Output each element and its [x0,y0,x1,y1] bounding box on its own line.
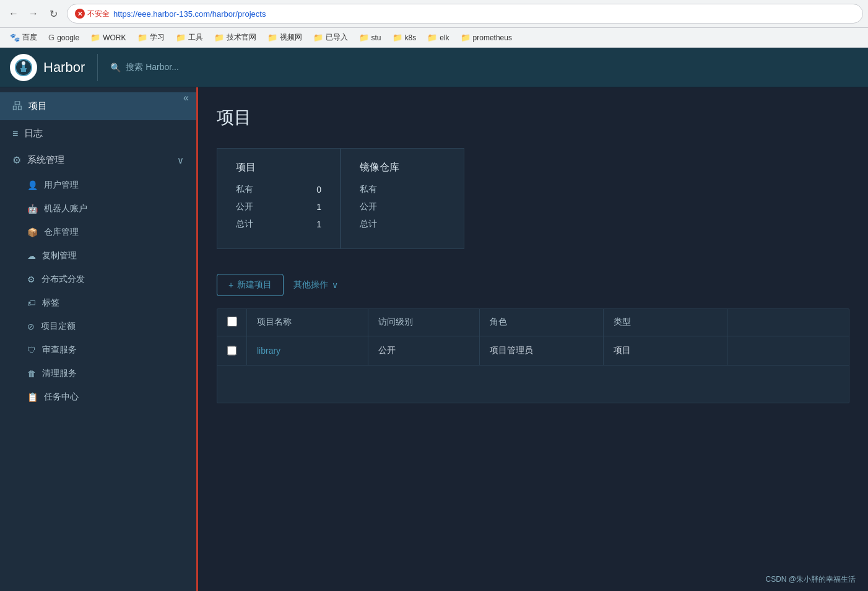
back-button[interactable]: ← [5,5,22,22]
bookmark-baidu[interactable]: 🐾 百度 [5,30,42,45]
cleanup-icon: 🗑 [27,369,36,379]
bookmark-study[interactable]: 📁 学习 [132,30,170,45]
bookmark-label: k8s [405,33,417,42]
chevron-down-icon: ∨ [332,280,338,290]
repos-public-label: 公开 [360,201,377,212]
quota-icon: ⊘ [27,322,35,331]
bookmark-video[interactable]: 📁 视频网 [263,30,307,45]
sidebar-item-distribution[interactable]: ⚙ 分布式分发 [0,268,196,291]
search-icon: 🔍 [110,63,121,72]
search-bar[interactable]: 🔍 搜索 Harbor... [110,62,179,73]
bookmark-techsite[interactable]: 📁 技术官网 [209,30,261,45]
other-ops-label: 其他操作 [293,279,328,291]
col-header-type: 类型 [604,309,727,336]
security-label: 不安全 [87,9,110,19]
row-extra-cell [727,336,849,365]
bookmark-google[interactable]: G google [43,31,84,44]
address-bar[interactable]: ✕ 不安全 https://eee.harbor-135.com/harbor/… [67,4,863,24]
system-icon: ⚙ [12,154,21,166]
sidebar-collapse-button[interactable]: « [183,92,189,103]
repos-private-label: 私有 [360,184,377,195]
folder-icon: 📁 [137,33,147,42]
stats-total-row: 总计 1 [236,219,321,230]
replication-label: 复制管理 [42,250,77,261]
bookmark-stu[interactable]: 📁 stu [354,31,386,44]
sidebar-item-replication[interactable]: ☁ 复制管理 [0,244,196,268]
url-text: https://eee.harbor-135.com/harbor/projec… [113,9,266,19]
folder-icon: 📁 [427,33,437,42]
bookmark-prometheus[interactable]: 📁 prometheus [456,31,517,44]
col-header-name: 项目名称 [247,309,368,336]
distribution-label: 分布式分发 [41,274,85,285]
bookmark-imported[interactable]: 📁 已导入 [308,30,353,45]
col-header-access: 访问级别 [368,309,480,336]
bookmark-elk[interactable]: 📁 elk [422,31,454,44]
new-project-button[interactable]: + 新建项目 [217,274,284,296]
bookmark-k8s[interactable]: 📁 k8s [388,31,422,44]
tag-icon: 🏷 [27,298,36,308]
row-role-cell: 项目管理员 [480,336,604,365]
public-value: 1 [316,202,321,212]
sidebar-item-system[interactable]: ⚙ 系统管理 ∨ [0,147,196,173]
chevron-down-icon: ∨ [177,155,184,166]
other-operations-button[interactable]: 其他操作 ∨ [293,279,338,291]
project-name-link[interactable]: library [257,346,280,356]
forward-button[interactable]: → [25,5,42,22]
plus-icon: + [228,280,233,290]
bookmark-label: prometheus [473,33,512,42]
new-project-label: 新建项目 [237,279,272,291]
sidebar-item-cleanup[interactable]: 🗑 清理服务 [0,362,196,385]
projects-label: 项目 [28,100,47,112]
bookmark-tools[interactable]: 📁 工具 [171,30,208,45]
select-all-checkbox[interactable] [227,317,237,326]
quota-label: 项目定额 [41,321,76,332]
top-nav: Harbor 🔍 搜索 Harbor... [0,48,868,87]
sidebar-nav: 品 项目 ≡ 日志 ⚙ 系统管理 ∨ 👤 用户管理 [0,92,196,409]
public-label: 公开 [236,201,253,212]
svg-rect-3 [21,69,26,72]
folder-icon: 📁 [313,33,323,42]
nav-buttons: ← → ↻ [5,5,62,22]
row-checkbox[interactable] [227,346,237,356]
audit-label: 审查服务 [42,344,77,356]
bookmark-label: 工具 [188,32,203,43]
user-mgmt-label: 用户管理 [44,180,79,191]
total-value: 1 [316,219,321,229]
repos-public-row: 公开 [360,201,445,212]
row-checkbox-cell [217,336,247,365]
sidebar-item-robot-accounts[interactable]: 🤖 机器人账户 [0,197,196,221]
sidebar-item-warehouse[interactable]: 📦 仓库管理 [0,221,196,244]
bookmark-label: 技术官网 [227,32,256,43]
bookmark-work[interactable]: 📁 WORK [85,31,131,44]
sidebar-item-logs[interactable]: ≡ 日志 [0,120,196,147]
sidebar-item-audit[interactable]: 🛡 审查服务 [0,338,196,362]
warehouse-label: 仓库管理 [44,227,79,238]
lighthouse-svg [14,58,33,77]
stats-private-row: 私有 0 [236,184,321,195]
harbor-logo: Harbor [10,54,98,81]
bookmark-label: 百度 [22,32,37,43]
sidebar-item-project-quota[interactable]: ⊘ 项目定额 [0,315,196,338]
sidebar-item-task-center[interactable]: 📋 任务中心 [0,385,196,409]
svg-rect-2 [20,68,27,69]
google-icon: G [48,33,54,42]
checkbox-header [217,309,247,336]
baidu-icon: 🐾 [10,33,20,42]
folder-icon: 📁 [176,33,186,42]
browser-chrome: ← → ↻ ✕ 不安全 https://eee.harbor-135.com/h… [0,0,868,48]
bookmark-label: 学习 [150,32,165,43]
logs-icon: ≡ [12,128,18,139]
robot-label: 机器人账户 [44,203,87,214]
bookmark-label: 已导入 [326,32,348,43]
reload-button[interactable]: ↻ [45,5,62,22]
sidebar-item-user-mgmt[interactable]: 👤 用户管理 [0,173,196,197]
folder-icon: 📁 [393,33,402,42]
private-value: 0 [316,185,321,195]
footer-note: CSDN @朱小胖的幸福生活 [765,574,856,585]
action-bar: + 新建项目 其他操作 ∨ [217,274,849,296]
projects-table: 项目名称 访问级别 角色 类型 library 公开 项目管理员 项目 [217,309,849,403]
content-area: 项目 项目 私有 0 公开 1 总计 1 [198,87,868,591]
row-type-cell: 项目 [604,336,727,365]
sidebar-item-tags[interactable]: 🏷 标签 [0,291,196,315]
sidebar-item-projects[interactable]: 品 项目 [0,92,196,120]
